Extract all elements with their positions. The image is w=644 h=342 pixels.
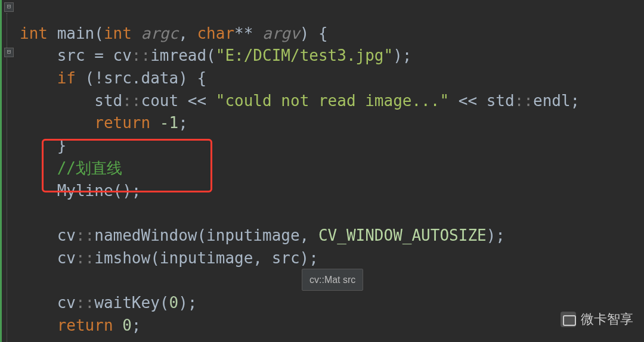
gutter: ⊟ ⊟ (0, 0, 15, 342)
fold-icon[interactable]: ⊟ (4, 2, 14, 12)
hover-tooltip: cv::Mat src (302, 269, 363, 291)
comment: //划直线 (57, 159, 122, 177)
string-literal: "could not read image..." (216, 92, 449, 110)
fn-name: main (57, 24, 95, 42)
keyword: int (20, 24, 48, 42)
watermark: 微卡智享 (561, 310, 633, 329)
wechat-icon (561, 312, 576, 327)
constant: CV_WINDOW_AUTOSIZE (318, 226, 487, 244)
fold-icon[interactable]: ⊟ (4, 48, 14, 57)
string-literal: "E:/DCIM/test3.jpg" (216, 46, 393, 64)
